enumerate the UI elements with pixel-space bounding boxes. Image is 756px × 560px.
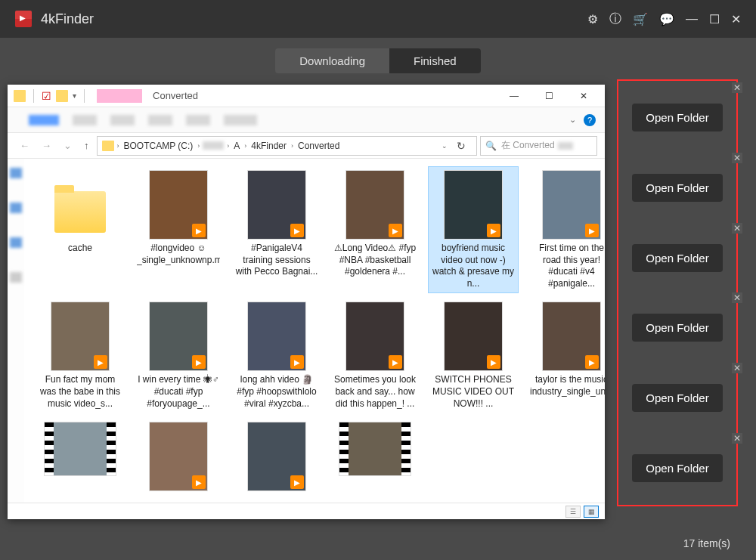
play-icon: ▶ [192, 355, 206, 369]
video-thumbnail: ▶ [345, 302, 404, 371]
breadcrumb-segment[interactable]: A [232, 141, 241, 151]
file-label: taylor is the music industry_single_unkn… [530, 374, 605, 398]
ribbon-item[interactable] [186, 115, 210, 125]
card-close-button[interactable]: ✕ [732, 363, 742, 373]
feedback-icon[interactable]: 💬 [659, 12, 674, 26]
open-folder-button[interactable]: Open Folder [632, 384, 722, 412]
open-folder-button[interactable]: Open Folder [632, 104, 722, 131]
tab-downloading[interactable]: Downloading [275, 48, 389, 73]
play-icon: ▶ [94, 355, 107, 369]
view-details-button[interactable]: ☰ [565, 506, 581, 518]
card-close-button[interactable]: ✕ [732, 153, 742, 163]
card-close-button[interactable]: ✕ [732, 433, 742, 444]
file-item[interactable]: ▶taylor is the music industry_single_unk… [526, 298, 605, 413]
file-label: Sometimes you look back and say... how d… [333, 374, 417, 410]
ribbon-item[interactable] [73, 115, 97, 125]
video-thumbnail: ▶ [149, 422, 208, 491]
breadcrumb-segment[interactable]: Converted [296, 141, 341, 151]
breadcrumb-segment[interactable]: BOOTCAMP (C:) [122, 141, 195, 151]
ribbon-item[interactable] [224, 115, 257, 125]
card-close-button[interactable]: ✕ [732, 223, 742, 234]
file-item[interactable]: ▶⚠Long Video⚠ #fyp #NBA #basketball #gol… [330, 166, 420, 293]
nav-recent-icon[interactable]: ⌄ [59, 137, 76, 154]
folder-icon[interactable] [56, 90, 68, 102]
chevron-down-icon[interactable]: ⌄ [442, 142, 448, 150]
view-thumbnails-button[interactable]: ▦ [584, 506, 599, 518]
ribbon-item[interactable] [110, 115, 135, 125]
video-thumbnail: ▶ [542, 170, 601, 240]
file-label: I win every time 🕷♂ #ducati #fyp #foryou… [137, 374, 220, 410]
file-item[interactable]: ▶ [133, 418, 224, 498]
breadcrumb[interactable]: › BOOTCAMP (C:) › › A › 4kFinder › Conve… [97, 136, 478, 156]
file-item[interactable]: ▶boyfriend music video out now -) watch … [428, 166, 519, 293]
explorer-minimize-button[interactable]: — [499, 85, 529, 107]
settings-icon[interactable]: ⚙ [587, 12, 598, 26]
video-thumbnail: ▶ [149, 170, 208, 240]
sidebar-item[interactable] [10, 168, 22, 178]
play-icon: ▶ [290, 475, 304, 489]
cart-icon[interactable]: 🛒 [633, 12, 648, 26]
open-folder-button[interactable]: Open Folder [632, 454, 722, 482]
card-close-button[interactable]: ✕ [732, 82, 742, 93]
video-thumbnail: ▶ [444, 302, 503, 371]
download-card: ✕ Open Folder [621, 435, 733, 502]
folder-item[interactable]: cache [35, 166, 125, 293]
open-folder-panel: ✕ Open Folder ✕ Open Folder ✕ Open Folde… [617, 79, 738, 506]
play-icon: ▶ [389, 224, 402, 237]
download-card: ✕ Open Folder [621, 364, 733, 432]
video-thumbnail [339, 422, 411, 476]
file-label: First time on the road this year! #ducat… [530, 243, 605, 289]
file-item[interactable] [330, 418, 420, 498]
card-close-button[interactable]: ✕ [732, 292, 742, 303]
video-thumbnail [44, 422, 116, 476]
play-icon: ▶ [487, 224, 500, 237]
app-titlebar: 4kFinder ⚙ ⓘ 🛒 💬 — ☐ ✕ [0, 0, 756, 38]
breadcrumb-blurred[interactable] [203, 141, 224, 150]
ribbon-item[interactable] [29, 115, 59, 125]
tab-finished[interactable]: Finished [389, 48, 481, 73]
refresh-icon[interactable]: ↻ [451, 140, 472, 152]
file-item[interactable]: ▶Fun fact my mom was the babe in this mu… [35, 298, 125, 413]
file-item[interactable]: ▶long ahh video 🗿 #fyp #hoopswithlolo #v… [231, 298, 322, 413]
file-item[interactable]: ▶I win every time 🕷♂ #ducati #fyp #foryo… [133, 298, 224, 413]
file-label: SWITCH PHONES MUSIC VIDEO OUT NOW!!! ... [432, 374, 515, 410]
file-item[interactable]: ▶#PanigaleV4 training sessions with Pecc… [231, 166, 322, 293]
sidebar-item[interactable] [10, 237, 22, 248]
play-icon: ▶ [192, 475, 206, 489]
explorer-maximize-button[interactable]: ☐ [534, 85, 564, 107]
file-item[interactable]: ▶ [231, 418, 322, 498]
file-item[interactable]: ▶SWITCH PHONES MUSIC VIDEO OUT NOW!!! ..… [428, 298, 519, 413]
close-icon[interactable]: ✕ [731, 12, 741, 26]
explorer-window-title: Converted [153, 90, 198, 101]
file-item[interactable]: ▶First time on the road this year! #duca… [526, 166, 605, 293]
explorer-active-tab[interactable] [97, 89, 142, 103]
nav-forward-button[interactable]: → [37, 137, 56, 154]
file-item[interactable] [35, 418, 125, 498]
file-label: #longvideo ☺_single_unknownp.mp4 [137, 243, 220, 266]
file-item[interactable]: ▶Sometimes you look back and say... how … [330, 298, 420, 413]
open-folder-button[interactable]: Open Folder [632, 244, 722, 272]
download-card: ✕ Open Folder [621, 154, 733, 221]
breadcrumb-segment[interactable]: 4kFinder [249, 141, 288, 151]
check-icon[interactable]: ☑ [42, 90, 51, 102]
maximize-icon[interactable]: ☐ [709, 12, 720, 26]
open-folder-button[interactable]: Open Folder [632, 174, 722, 202]
explorer-close-button[interactable]: ✕ [569, 85, 599, 107]
sidebar-item[interactable] [10, 272, 22, 283]
dropdown-icon[interactable]: ▾ [73, 91, 76, 100]
help-icon[interactable]: ? [584, 114, 596, 126]
tabs-row: Downloading Finished [0, 38, 756, 84]
minimize-icon[interactable]: — [686, 12, 698, 26]
video-thumbnail: ▶ [51, 302, 110, 371]
play-icon: ▶ [585, 224, 599, 237]
video-thumbnail: ▶ [149, 302, 208, 371]
file-item[interactable]: ▶#longvideo ☺_single_unknownp.mp4 [133, 166, 224, 293]
nav-up-button[interactable]: ↑ [79, 137, 94, 154]
search-input[interactable]: 🔍 在 Converted [480, 136, 597, 156]
chevron-down-icon[interactable]: ⌄ [569, 115, 576, 125]
ribbon-item[interactable] [148, 115, 172, 125]
info-icon[interactable]: ⓘ [609, 11, 621, 27]
nav-back-button[interactable]: ← [15, 137, 34, 154]
open-folder-button[interactable]: Open Folder [632, 314, 722, 342]
sidebar-item[interactable] [10, 203, 22, 213]
